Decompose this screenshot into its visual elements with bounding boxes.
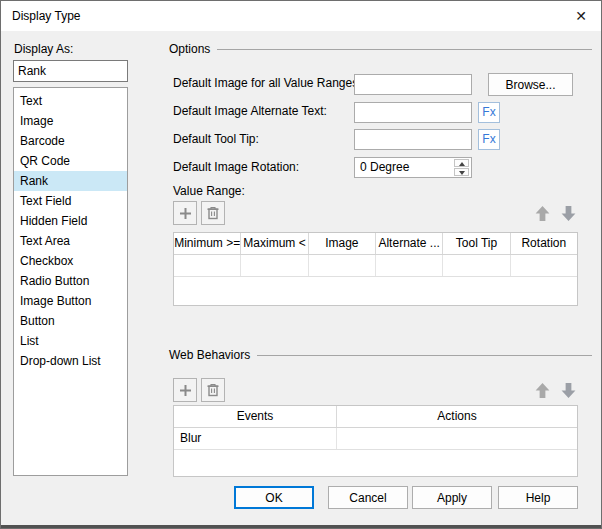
web-behaviors-group-header: Web Behaviors — [169, 348, 592, 362]
title-bar: Display Type ✕ — [1, 1, 601, 31]
list-item-qr-code[interactable]: QR Code — [14, 151, 127, 171]
display-as-input[interactable] — [13, 60, 128, 82]
spin-up-icon[interactable] — [454, 159, 469, 167]
list-item-image[interactable]: Image — [14, 111, 127, 131]
value-range-row[interactable] — [174, 255, 577, 277]
vr-cell-maximum — [241, 255, 308, 276]
display-as-label: Display As: — [14, 42, 73, 56]
help-button[interactable]: Help — [498, 486, 578, 509]
options-group-divider — [217, 49, 592, 50]
list-item-rank-selected[interactable]: Rank — [14, 171, 127, 191]
col-minimum: Minimum >= — [174, 233, 241, 254]
ok-button[interactable]: OK — [234, 486, 314, 509]
web-behaviors-table: Events Actions Blur — [173, 405, 578, 477]
web-behaviors-add-button[interactable] — [173, 378, 197, 402]
web-behaviors-table-header: Events Actions — [174, 406, 577, 428]
list-item-radio-button[interactable]: Radio Button — [14, 271, 127, 291]
vr-cell-tooltip — [443, 255, 510, 276]
web-behaviors-group-divider — [257, 355, 592, 356]
vr-cell-image — [309, 255, 376, 276]
value-range-label: Value Range: — [173, 184, 245, 198]
options-group-header: Options — [169, 42, 592, 56]
col-rotation: Rotation — [511, 233, 577, 254]
list-item-button[interactable]: Button — [14, 311, 127, 331]
spin-down-icon[interactable] — [454, 168, 469, 176]
web-behaviors-move-down-button[interactable] — [556, 378, 580, 402]
fx-button-tooltip[interactable]: Fx — [478, 129, 500, 150]
rotation-spinner[interactable]: 0 Degree — [354, 157, 472, 178]
col-actions: Actions — [337, 406, 577, 427]
value-range-add-button[interactable] — [173, 201, 197, 225]
list-item-hidden-field[interactable]: Hidden Field — [14, 211, 127, 231]
col-tooltip: Tool Tip — [443, 233, 510, 254]
col-alternate: Alternate ... — [376, 233, 443, 254]
rotation-label: Default Image Rotation: — [173, 160, 299, 174]
wb-cell-action — [337, 428, 577, 449]
col-image: Image — [309, 233, 376, 254]
value-range-move-up-button[interactable] — [530, 201, 554, 225]
arrow-up-icon — [534, 382, 551, 399]
list-item-image-button[interactable]: Image Button — [14, 291, 127, 311]
alternate-text-label: Default Image Alternate Text: — [173, 104, 327, 118]
close-icon[interactable]: ✕ — [571, 7, 591, 26]
list-item-text-area[interactable]: Text Area — [14, 231, 127, 251]
arrow-down-icon — [560, 205, 577, 222]
list-item-text[interactable]: Text — [14, 91, 127, 111]
dialog-title: Display Type — [12, 9, 80, 23]
rotation-value: 0 Degree — [360, 160, 409, 174]
apply-button[interactable]: Apply — [412, 486, 492, 509]
plus-icon — [179, 384, 192, 397]
col-events: Events — [174, 406, 337, 427]
value-range-table: Minimum >= Maximum < Image Alternate ...… — [173, 232, 578, 306]
default-image-input[interactable] — [354, 74, 472, 95]
wb-cell-event: Blur — [174, 428, 337, 449]
trash-icon — [206, 206, 220, 220]
web-behaviors-move-up-button[interactable] — [530, 378, 554, 402]
value-range-delete-button[interactable] — [201, 201, 225, 225]
web-behaviors-delete-button[interactable] — [201, 378, 225, 402]
vr-cell-alternate — [376, 255, 443, 276]
col-maximum: Maximum < — [241, 233, 308, 254]
value-range-move-down-button[interactable] — [556, 201, 580, 225]
trash-icon — [206, 383, 220, 397]
browse-button[interactable]: Browse... — [488, 73, 573, 96]
fx-button-alternate-text[interactable]: Fx — [478, 102, 500, 123]
plus-icon — [179, 207, 192, 220]
tooltip-label: Default Tool Tip: — [173, 132, 259, 146]
display-type-dialog: Display Type ✕ Display As: Text Image Ba… — [0, 0, 602, 529]
list-item-text-field[interactable]: Text Field — [14, 191, 127, 211]
alternate-text-input[interactable] — [354, 102, 472, 123]
list-item-drop-down-list[interactable]: Drop-down List — [14, 351, 127, 371]
list-item-list[interactable]: List — [14, 331, 127, 351]
rotation-spin-buttons — [454, 159, 469, 176]
window-bottom-edge — [1, 525, 601, 528]
tooltip-input[interactable] — [354, 129, 472, 150]
web-behaviors-group-label: Web Behaviors — [169, 348, 250, 362]
default-image-label: Default Image for all Value Ranges: — [173, 76, 362, 90]
cancel-button[interactable]: Cancel — [328, 486, 408, 509]
web-behaviors-row-blur[interactable]: Blur — [174, 428, 577, 450]
value-range-table-header: Minimum >= Maximum < Image Alternate ...… — [174, 233, 577, 255]
arrow-down-icon — [560, 382, 577, 399]
options-group-label: Options — [169, 42, 210, 56]
vr-cell-rotation — [511, 255, 577, 276]
list-item-checkbox[interactable]: Checkbox — [14, 251, 127, 271]
list-item-barcode[interactable]: Barcode — [14, 131, 127, 151]
vr-cell-minimum — [174, 255, 241, 276]
arrow-up-icon — [534, 205, 551, 222]
display-type-list: Text Image Barcode QR Code Rank Text Fie… — [13, 87, 128, 476]
